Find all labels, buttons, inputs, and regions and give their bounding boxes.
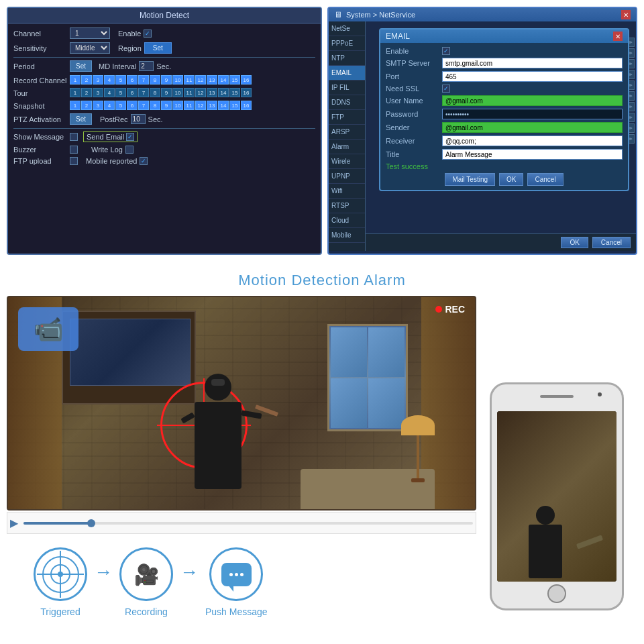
email-ok-button[interactable]: OK (499, 173, 523, 186)
md-interval-sec: Sec. (156, 62, 171, 70)
postrec-sec: Sec. (148, 115, 163, 123)
phone-container (490, 382, 637, 617)
bottom-section: 📹 REC (0, 296, 644, 617)
title-field-label: Title (386, 150, 439, 158)
sender-label: Sender (386, 123, 439, 131)
ns-ok-button[interactable]: OK (561, 237, 588, 248)
ns-cancel-button[interactable]: Cancel (592, 237, 631, 248)
phone-home-button[interactable] (547, 584, 566, 603)
buzzer-checkbox[interactable] (70, 146, 78, 154)
play-button[interactable]: ▶ (10, 517, 18, 529)
push-message-icon-circle (209, 547, 263, 601)
sidebar-item-arsp[interactable]: ARSP (329, 125, 365, 140)
sensitivity-select[interactable]: Middle (70, 42, 110, 54)
email-cancel-button[interactable]: Cancel (527, 173, 563, 186)
enable-checkbox[interactable] (144, 30, 152, 38)
email-enable-checkbox[interactable] (442, 47, 450, 55)
sidebar-item-pppoe[interactable]: PPPoE (329, 36, 365, 51)
netservice-main: ✏ ✏ ✏ ✏ ✏ ✏ ✏ ✏ ✏ ✏ EMAIL ✕ (366, 21, 636, 251)
buzzer-label: Buzzer (13, 146, 67, 154)
progress-bar[interactable] (23, 522, 473, 525)
phone-intruder (527, 506, 564, 578)
period-set-button[interactable]: Set (70, 60, 92, 72)
write-log-checkbox[interactable] (125, 146, 133, 154)
sidebar-item-ddns[interactable]: DDNS (329, 95, 365, 110)
md-interval-input[interactable] (139, 61, 154, 71)
room-background: 📹 REC (8, 297, 475, 509)
sidebar-item-ipfil[interactable]: IP FIL (329, 80, 365, 95)
push-bubble-icon (221, 563, 252, 586)
netservice-footer: OK Cancel (366, 233, 636, 251)
lamp (408, 415, 428, 482)
phone-intruder-body (529, 525, 562, 578)
video-container: 📹 REC (7, 296, 476, 511)
camera-overlay-icon: 📹 (18, 307, 78, 351)
phone-body (490, 382, 624, 610)
postrec-input[interactable] (131, 114, 146, 124)
receiver-input[interactable] (442, 136, 623, 146)
workflow-triggered: Triggered (34, 547, 87, 617)
mail-testing-button[interactable]: Mail Testing (445, 173, 495, 186)
netservice-close-button[interactable]: ✕ (621, 10, 631, 19)
channel-select[interactable]: 1 (70, 28, 110, 39)
sidebar-item-netse[interactable]: NetSe (329, 21, 365, 36)
username-label: User Name (386, 97, 439, 105)
ssl-label: Need SSL (386, 85, 439, 93)
show-message-label: Show Message (13, 133, 67, 141)
push-dot-3 (240, 573, 244, 576)
password-input[interactable] (442, 109, 623, 119)
ssl-checkbox[interactable] (442, 85, 450, 93)
email-enable-label: Enable (386, 47, 439, 55)
sidebar-item-alarm[interactable]: Alarm (329, 140, 365, 154)
sender-input[interactable] (442, 122, 623, 133)
phone-intruder-head (536, 506, 555, 525)
tour-label: Tour (13, 88, 67, 97)
mobile-label: Mobile reported (86, 157, 137, 165)
sidebar-item-cloud[interactable]: Cloud (329, 213, 365, 228)
sidebar-item-ftp[interactable]: FTP (329, 110, 365, 125)
record-channel-grid: 123 456 789 101112 13141516 (70, 75, 252, 85)
test-success-text: Test success (386, 162, 623, 170)
username-input[interactable] (442, 95, 623, 106)
motion-detect-panel: Motion Detect Channel 1 Enable Sensitivi… (7, 7, 322, 255)
tv-wall (62, 311, 196, 405)
region-set-button[interactable]: Set (144, 42, 172, 54)
sidebar-item-upnp[interactable]: UPNP (329, 169, 365, 184)
sidebar-item-rtsp[interactable]: RTSP (329, 199, 365, 213)
ftp-label: FTP upload (13, 157, 67, 165)
triggered-icon-circle (34, 547, 87, 601)
arrow-1-icon: → (94, 561, 113, 603)
mobile-checkbox[interactable] (140, 157, 148, 165)
send-email-label: Send Email (87, 133, 124, 141)
send-email-container: Send Email (83, 131, 138, 142)
enable-label: Enable (118, 30, 141, 38)
intruder-figure (195, 402, 241, 489)
snapshot-grid: 123 456 789 101112 13141516 (70, 101, 252, 110)
smtp-input[interactable] (442, 58, 623, 68)
postrec-label: PostRec (100, 115, 128, 123)
period-label: Period (13, 62, 67, 70)
window-frame (327, 324, 408, 431)
sidebar-item-mobile[interactable]: Mobile (329, 228, 365, 243)
sidebar-item-wirele[interactable]: Wirele (329, 154, 365, 169)
sidebar-item-ntp[interactable]: NTP (329, 51, 365, 66)
ptz-label: PTZ Activation (13, 115, 67, 123)
sensitivity-label: Sensitivity (13, 44, 67, 52)
ptz-set-button[interactable]: Set (70, 113, 92, 125)
tour-grid: 123 456 789 101112 13141516 (70, 88, 252, 97)
sidebar-item-wifi[interactable]: Wifi (329, 184, 365, 199)
email-close-button[interactable]: ✕ (613, 32, 623, 41)
port-input[interactable] (442, 71, 623, 82)
netservice-titlebar: 🖥 System > NetService ✕ (329, 8, 636, 21)
title-input[interactable] (442, 149, 623, 160)
send-email-checkbox[interactable] (126, 133, 134, 141)
lamp-pole (417, 435, 419, 482)
recording-camera-icon: 🎥 (134, 563, 159, 586)
recording-icon-circle: 🎥 (119, 547, 173, 601)
camera-large-icon: 📹 (34, 315, 64, 343)
ftp-checkbox[interactable] (70, 157, 78, 165)
show-message-checkbox[interactable] (70, 133, 78, 141)
snapshot-label: Snapshot (13, 101, 67, 110)
phone-camera-dot (598, 392, 602, 396)
sidebar-item-email[interactable]: EMAIL (329, 66, 365, 80)
